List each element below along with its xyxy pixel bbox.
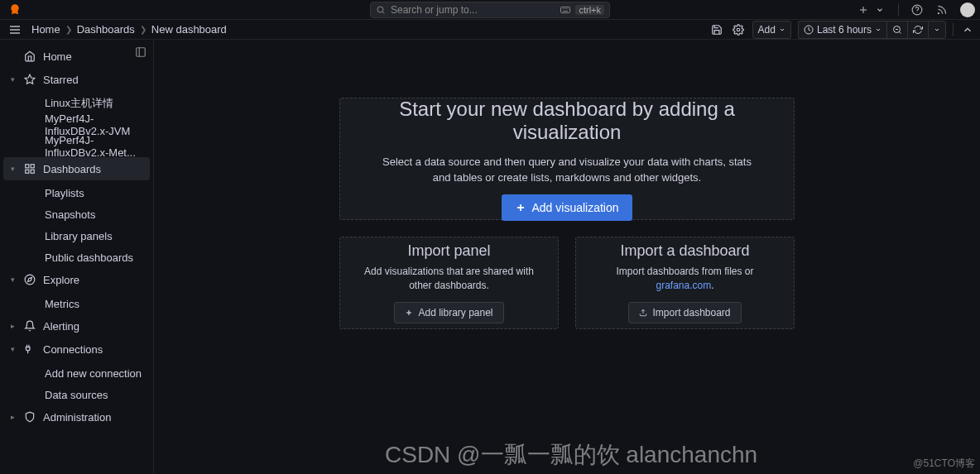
chevron-down-icon[interactable]	[873, 3, 886, 17]
plus-icon	[515, 202, 526, 213]
add-button[interactable]: Add	[752, 21, 791, 39]
chevron-down-icon: ▾	[8, 165, 17, 173]
sidebar-item-dash-2[interactable]: Library panels	[3, 225, 150, 247]
svg-point-12	[938, 12, 939, 13]
svg-rect-25	[31, 165, 34, 168]
card-desc: Add visualizations that are shared with …	[357, 265, 541, 293]
chevron-right-icon: ❯	[65, 25, 72, 34]
chevron-right-icon: ❯	[140, 25, 147, 34]
topbar-right	[857, 2, 975, 17]
search-placeholder: Search or jump to...	[391, 4, 555, 16]
compass-icon	[23, 274, 36, 285]
svg-marker-23	[25, 74, 35, 84]
header: Home ❯ Dashboards ❯ New dashboard Add La…	[0, 20, 980, 40]
chevron-down-icon: ▾	[8, 345, 17, 353]
breadcrumb: Home ❯ Dashboards ❯ New dashboard	[31, 23, 227, 36]
time-picker-button[interactable]: Last 6 hours	[798, 21, 886, 39]
search-shortcut: ctrl+k	[575, 5, 604, 15]
card-desc: Select a data source and then query and …	[373, 154, 761, 186]
svg-line-19	[899, 31, 901, 33]
keyboard-icon	[560, 6, 570, 14]
chevron-down-icon: ▾	[8, 275, 17, 284]
chevron-right-icon: ▸	[8, 413, 17, 421]
search-icon	[376, 5, 386, 15]
sidebar-item-alerting[interactable]: ▸ Alerting	[3, 314, 150, 338]
save-icon[interactable]	[709, 21, 724, 39]
svg-rect-26	[31, 170, 34, 173]
chevron-down-icon: ▾	[8, 75, 17, 84]
main: Start your new dashboard by adding a vis…	[154, 40, 980, 474]
card-title: Import a dashboard	[620, 242, 749, 260]
grafana-link[interactable]: grafana.com	[656, 280, 711, 291]
chevron-right-icon: ▸	[8, 322, 17, 330]
collapse-icon[interactable]	[960, 21, 975, 39]
topbar: Search or jump to... ctrl+k	[0, 0, 980, 20]
svg-rect-27	[26, 170, 29, 173]
import-panel-card: Import panel Add visualizations that are…	[339, 237, 559, 329]
sidebar-item-dash-0[interactable]: Playlists	[3, 182, 150, 203]
shield-icon	[23, 411, 36, 423]
divider	[953, 23, 954, 36]
help-icon[interactable]	[910, 3, 924, 17]
sidebar-item-starred-0[interactable]: Linux主机详情	[3, 93, 150, 114]
news-icon[interactable]	[935, 3, 949, 17]
plus-icon	[405, 309, 413, 317]
card-title: Import panel	[407, 242, 490, 260]
menu-toggle-button[interactable]	[5, 23, 25, 36]
star-icon	[23, 74, 36, 85]
global-search[interactable]: Search or jump to... ctrl+k	[370, 2, 610, 18]
svg-point-28	[25, 275, 35, 285]
refresh-interval-button[interactable]	[928, 21, 946, 39]
svg-line-1	[382, 12, 384, 13]
add-library-panel-button[interactable]: Add library panel	[394, 302, 503, 323]
plug-icon	[23, 343, 36, 355]
dashboards-icon	[23, 163, 36, 175]
sidebar: ▸ Home ▾ Starred Linux主机详情 MyPerf4J-Infl…	[0, 40, 154, 474]
card-title: Start your new dashboard by adding a vis…	[373, 98, 761, 144]
card-desc: Import dashboards from files or grafana.…	[593, 265, 777, 293]
sidebar-item-explore[interactable]: ▾ Explore	[3, 268, 150, 291]
sidebar-item-starred-1[interactable]: MyPerf4J-InfluxDBv2.x-JVM	[3, 114, 150, 136]
breadcrumb-current: New dashboard	[151, 23, 227, 36]
svg-marker-29	[28, 278, 32, 282]
zoom-out-button[interactable]	[886, 21, 907, 39]
dock-menu-icon[interactable]	[135, 46, 147, 58]
grafana-logo[interactable]	[5, 0, 25, 20]
divider	[898, 3, 899, 17]
import-dashboard-button[interactable]: Import dashboard	[628, 302, 741, 323]
bell-icon	[23, 320, 36, 332]
header-actions: Add Last 6 hours	[709, 21, 975, 39]
breadcrumb-dashboards[interactable]: Dashboards	[77, 23, 135, 36]
add-visualization-card: Start your new dashboard by adding a vis…	[339, 98, 795, 220]
home-icon	[23, 50, 36, 62]
sidebar-item-home[interactable]: ▸ Home	[3, 45, 150, 68]
sidebar-item-conn-1[interactable]: Data sources	[3, 384, 150, 405]
watermark: @51CTO博客	[913, 457, 975, 471]
refresh-button[interactable]	[907, 21, 928, 39]
sidebar-item-starred[interactable]: ▾ Starred	[3, 68, 150, 91]
sidebar-item-dashboards[interactable]: ▾ Dashboards	[3, 157, 150, 180]
avatar[interactable]	[960, 2, 975, 17]
sidebar-item-conn-0[interactable]: Add new connection	[3, 362, 150, 384]
watermark: CSDN @一瓢一瓢的饮 alanchanchn	[385, 439, 757, 471]
breadcrumb-home[interactable]: Home	[31, 23, 60, 36]
svg-rect-21	[137, 48, 146, 57]
sidebar-item-dash-1[interactable]: Snapshots	[3, 203, 150, 225]
sidebar-item-administration[interactable]: ▸ Administration	[3, 405, 150, 429]
plus-icon[interactable]	[857, 3, 870, 17]
svg-point-16	[737, 28, 740, 31]
settings-icon[interactable]	[731, 21, 746, 39]
time-picker-group: Last 6 hours	[798, 21, 946, 39]
sidebar-item-dash-3[interactable]: Public dashboards	[3, 247, 150, 268]
upload-icon	[639, 309, 647, 317]
import-dashboard-card: Import a dashboard Import dashboards fro…	[575, 237, 795, 329]
svg-point-0	[377, 7, 383, 12]
svg-rect-24	[26, 165, 29, 168]
sidebar-item-explore-0[interactable]: Metrics	[3, 293, 150, 314]
svg-rect-2	[561, 7, 570, 12]
add-visualization-button[interactable]: Add visualization	[502, 194, 632, 221]
sidebar-item-connections[interactable]: ▾ Connections	[3, 338, 150, 361]
sidebar-item-starred-2[interactable]: MyPerf4J-InfluxDBv2.x-Met...	[3, 136, 150, 157]
